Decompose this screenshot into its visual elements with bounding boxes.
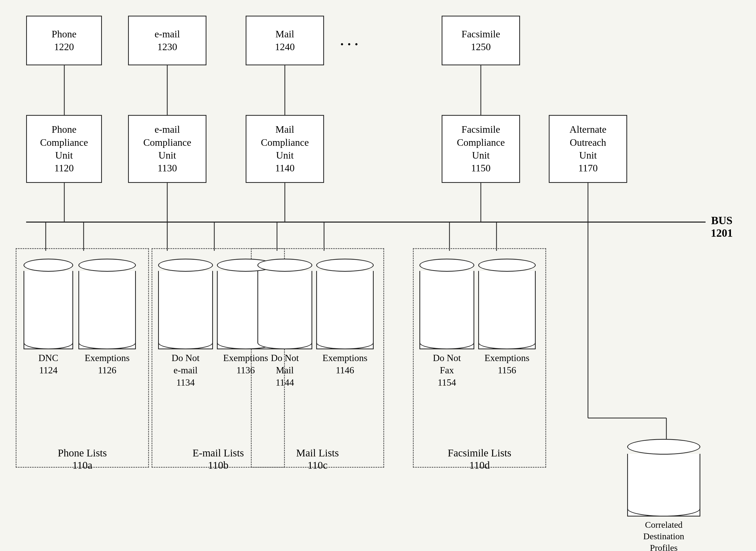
mail-compliance-box: Mail Compliance Unit 1140 [246,115,324,183]
exemptions-1146-cylinder: Exemptions 1146 [316,258,374,377]
facsimile-box: Facsimile 1250 [442,16,520,65]
alternate-outreach-box: Alternate Outreach Unit 1170 [549,115,627,183]
dnc-cylinder: DNC 1124 [23,258,73,377]
phone-lists-label: Phone Lists 110a [16,447,149,471]
phone-box: Phone 1220 [26,16,102,65]
phone-compliance-box: Phone Compliance Unit 1120 [26,115,102,183]
do-not-fax-cylinder: Do Not Fax 1154 [419,258,474,389]
facsimile-compliance-box: Facsimile Compliance Unit 1150 [442,115,520,183]
bus-label: BUS 1201 [711,214,733,239]
exemptions-1126-cylinder: Exemptions 1126 [78,258,136,377]
correlated-profiles-cylinder: Correlated Destination Profiles 1280 [627,439,700,551]
diagram: Phone 1220 e-mail 1230 Mail 1240 ... Fac… [0,0,756,551]
mail-box: Mail 1240 [246,16,324,65]
do-not-email-cylinder: Do Not e-mail 1134 [158,258,213,389]
mail-lists-label: Mail Lists 110c [251,447,384,471]
email-box: e-mail 1230 [128,16,207,65]
do-not-mail-cylinder: Do Not Mail 1144 [258,258,312,389]
dots-label: ... [340,29,361,50]
email-compliance-box: e-mail Compliance Unit 1130 [128,115,207,183]
exemptions-1156-cylinder: Exemptions 1156 [478,258,536,377]
facsimile-lists-label: Facsimile Lists 110d [413,447,546,471]
